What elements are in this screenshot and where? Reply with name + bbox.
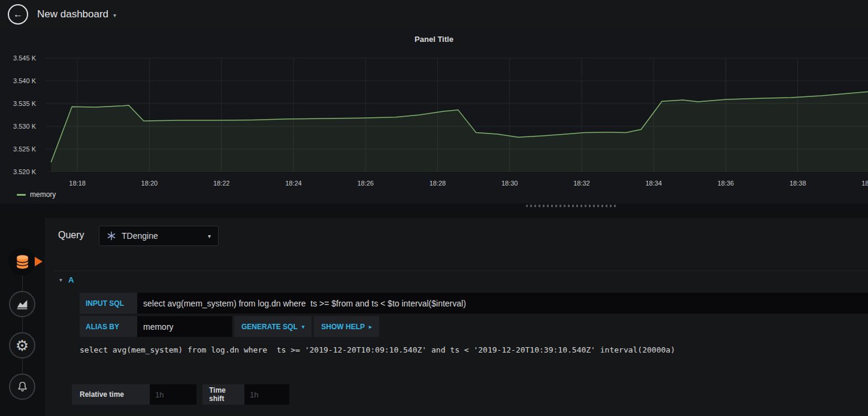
legend: memory — [17, 190, 56, 199]
relative-time-label: Relative time — [72, 384, 150, 405]
caret-down-icon: ▾ — [208, 233, 211, 239]
x-axis-tick-label: 18:38 — [790, 180, 806, 187]
x-axis-tick-label: 18:20 — [141, 180, 158, 187]
tab-connector-line — [22, 262, 23, 387]
section-title: Query — [58, 230, 84, 241]
bell-icon — [16, 381, 29, 393]
query-row-header[interactable]: ▾ A — [59, 275, 74, 284]
time-options-row: Relative time Time shift — [72, 384, 289, 405]
x-axis-tick-label: 18:28 — [430, 180, 446, 187]
x-axis-tick-label: 18:34 — [645, 180, 662, 187]
legend-item-memory[interactable]: memory — [30, 190, 56, 199]
input-sql-field[interactable] — [137, 293, 868, 314]
tab-alert[interactable] — [9, 374, 35, 400]
y-axis-tick-label: 3.535 K — [13, 100, 36, 107]
y-axis-tick-label: 3.545 K — [13, 54, 36, 62]
query-editor-panel: Query TDengine ▾ ▾ A INPUT SQL ALIAS BY — [45, 218, 868, 416]
show-help-button[interactable]: SHOW HELP ▸ — [314, 316, 379, 337]
alias-by-field[interactable] — [137, 316, 232, 337]
caret-down-icon: ▾ — [302, 324, 305, 330]
x-axis-tick-label: 18:18 — [69, 180, 86, 187]
input-sql-row: INPUT SQL — [80, 293, 868, 314]
query-ref-letter: A — [68, 275, 74, 284]
y-axis-tick-label: 3.520 K — [13, 168, 36, 175]
datasource-select[interactable]: TDengine ▾ — [99, 226, 219, 246]
datasource-name: TDengine — [122, 231, 158, 241]
x-axis-tick-label: 18:30 — [501, 180, 518, 187]
relative-time-input[interactable] — [150, 384, 196, 405]
database-icon — [16, 254, 29, 269]
tab-visualization[interactable] — [9, 291, 35, 317]
tdengine-logo-icon — [107, 231, 116, 241]
top-nav: ← New dashboard ▾ — [0, 0, 868, 29]
x-axis-tick-label: 18:32 — [573, 180, 590, 187]
back-arrow-icon: ← — [13, 9, 23, 20]
active-tab-pointer-icon — [35, 257, 43, 266]
x-axis-tick-label: 18:26 — [357, 180, 374, 187]
x-axis-tick-label: 18:40 — [861, 180, 868, 187]
graph-panel: Panel Title 3.545 K3.540 K3.535 K3.530 K… — [0, 29, 868, 204]
alias-by-row: ALIAS BY GENERATE SQL ▾ SHOW HELP ▸ — [80, 316, 379, 337]
series-color-dash-icon — [17, 194, 26, 196]
show-help-label: SHOW HELP — [321, 323, 365, 331]
x-axis-tick-label: 18:24 — [285, 180, 302, 187]
back-button[interactable]: ← — [8, 4, 28, 25]
gear-icon: ⚙ — [16, 338, 29, 353]
y-axis: 3.545 K3.540 K3.535 K3.530 K3.525 K3.520… — [0, 29, 40, 204]
dashboard-title-text: New dashboard — [37, 8, 108, 20]
y-axis-tick-label: 3.540 K — [13, 77, 36, 84]
alias-by-label: ALIAS BY — [80, 316, 137, 337]
x-axis-tick-label: 18:36 — [718, 180, 734, 187]
tab-queries[interactable] — [8, 248, 36, 275]
time-shift-label: Time shift — [202, 384, 244, 405]
x-axis-tick-label: 18:22 — [213, 180, 230, 187]
scrollbar-handle[interactable] — [526, 205, 617, 207]
input-sql-label: INPUT SQL — [80, 293, 137, 314]
dashboard-title[interactable]: New dashboard ▾ — [37, 0, 116, 29]
caret-down-icon: ▾ — [113, 10, 116, 19]
generated-sql-text: select avg(mem_system) from log.dn where… — [80, 339, 675, 360]
y-axis-tick-label: 3.530 K — [13, 123, 36, 130]
plot-area[interactable] — [45, 54, 868, 172]
y-axis-tick-label: 3.525 K — [13, 145, 36, 153]
generate-sql-button[interactable]: GENERATE SQL ▾ — [234, 316, 311, 337]
panel-title[interactable]: Panel Title — [0, 35, 868, 44]
time-shift-input[interactable] — [244, 384, 289, 405]
time-series-chart — [45, 54, 868, 172]
graph-icon — [16, 298, 28, 310]
grafana-app: ← New dashboard ▾ Panel Title 3.545 K3.5… — [0, 0, 868, 416]
query-row-divider — [54, 271, 868, 271]
caret-right-icon: ▸ — [369, 324, 372, 330]
collapse-caret-icon: ▾ — [59, 277, 62, 283]
generate-sql-label: GENERATE SQL — [241, 323, 298, 331]
tab-general[interactable]: ⚙ — [9, 332, 35, 359]
